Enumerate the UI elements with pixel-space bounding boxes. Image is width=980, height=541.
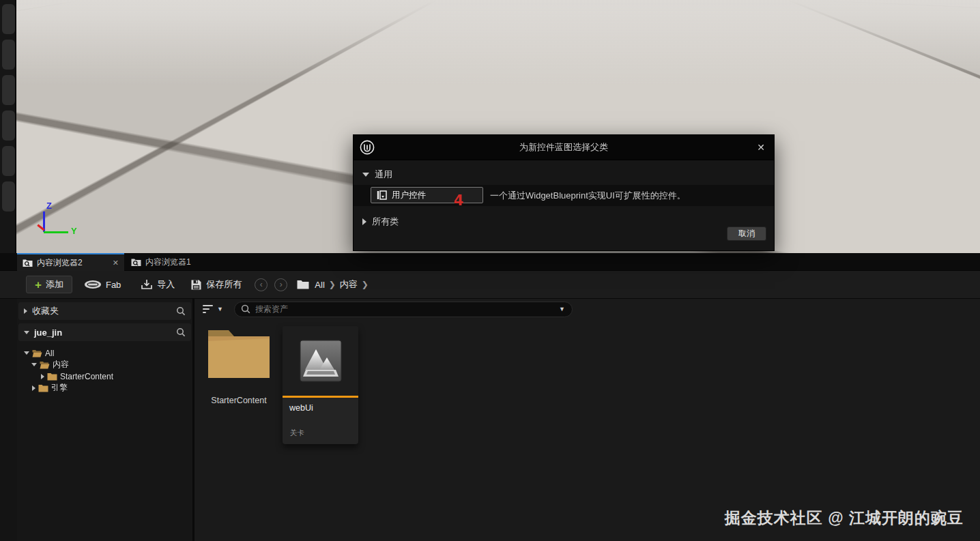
caret-right-icon: [362, 218, 366, 225]
filter-row: ▼ ▼: [194, 299, 980, 319]
breadcrumb-root[interactable]: All: [315, 280, 324, 290]
chevron-down-icon[interactable]: ▼: [217, 306, 223, 312]
breadcrumb-current[interactable]: 内容: [340, 278, 358, 291]
step-annotation: 4: [454, 192, 464, 209]
asset-view-pane: ▼ ▼: [194, 299, 980, 541]
collapsed-panel-tab[interactable]: [2, 181, 15, 211]
add-button-label: 添加: [46, 278, 63, 291]
left-rail: [0, 299, 17, 541]
tree-item-startercontent[interactable]: StarterContent: [17, 370, 192, 382]
asset-search-input[interactable]: [255, 304, 554, 314]
asset-card-webui[interactable]: webUi 关卡: [283, 326, 358, 444]
content-browser-icon: [131, 258, 141, 267]
caret-down-icon: [24, 351, 29, 355]
back-button[interactable]: ‹: [255, 278, 268, 291]
fab-button[interactable]: Fab: [84, 280, 121, 290]
user-widget-label: 用户控件: [392, 190, 426, 201]
asset-name: webUi: [283, 398, 358, 413]
level-asset-icon: [300, 340, 342, 382]
pick-parent-class-dialog: 为新控件蓝图选择父类 ✕ 通用 用户控件 4 一个通过WidgetBluepri…: [353, 134, 775, 251]
caret-right-icon: [24, 308, 27, 314]
section-all-classes[interactable]: 所有类: [354, 211, 774, 232]
folder-tree: All 内容 St: [17, 345, 192, 394]
world-axes-gizmo: Z Y: [33, 202, 81, 243]
dialog-titlebar: 为新控件蓝图选择父类 ✕: [354, 135, 774, 160]
tree-item-content[interactable]: 内容: [17, 359, 192, 370]
open-folder-icon: [32, 349, 42, 357]
tab-label: 内容浏览器2: [37, 257, 83, 269]
collection-label: jue_jin: [34, 327, 62, 338]
tab-close-icon[interactable]: ✕: [113, 259, 119, 267]
y-axis-line: [44, 231, 68, 233]
favorites-row[interactable]: 收藏夹: [18, 302, 191, 320]
user-widget-row: 用户控件 4 一个通过WidgetBlueprint实现UI可扩展性的控件。: [354, 185, 774, 206]
content-browser-toolbar: + 添加 Fab 导入: [0, 271, 980, 299]
collapsed-panel-tab[interactable]: [2, 111, 15, 141]
content-browser-body: 收藏夹 jue_jin: [0, 299, 980, 541]
caret-right-icon: [32, 385, 35, 391]
filter-icon[interactable]: [201, 302, 214, 316]
asset-type-label: 关卡: [290, 428, 304, 438]
tree-item-all[interactable]: All: [17, 347, 192, 359]
caret-down-icon: [362, 173, 369, 177]
collapsed-panel-tab[interactable]: [2, 40, 15, 70]
favorites-label: 收藏夹: [32, 305, 59, 317]
import-label: 导入: [157, 278, 175, 291]
tree-label: 引擎: [51, 382, 68, 394]
closed-folder-icon: [38, 384, 48, 392]
cancel-button[interactable]: 取消: [727, 226, 766, 241]
user-widget-description: 一个通过WidgetBlueprint实现UI可扩展性的控件。: [490, 190, 686, 202]
caret-down-icon: [31, 363, 37, 366]
breadcrumb-folder-icon: [297, 280, 309, 289]
tab-content-browser-2[interactable]: 内容浏览器2 ✕: [17, 253, 124, 271]
caret-down-icon: [24, 331, 29, 334]
import-icon: [141, 279, 153, 291]
sources-sidebar: 收藏夹 jue_jin: [17, 299, 194, 541]
open-folder-icon: [40, 361, 50, 369]
breadcrumb-separator-icon: ❯: [362, 280, 369, 289]
collapsed-panel-strip: [0, 0, 16, 253]
z-axis-label: Z: [46, 201, 52, 211]
tab-content-browser-1[interactable]: 内容浏览器1: [126, 253, 202, 271]
dialog-close-icon[interactable]: ✕: [757, 141, 765, 153]
section-common-label: 通用: [375, 169, 392, 181]
asset-thumbnail: [283, 326, 358, 396]
collection-row[interactable]: jue_jin: [18, 323, 191, 341]
y-axis-label: Y: [71, 226, 77, 236]
save-all-label: 保存所有: [206, 278, 242, 291]
tree-item-engine[interactable]: 引擎: [17, 382, 192, 394]
collapsed-panel-tab[interactable]: [2, 4, 15, 34]
content-browser-tabbar: 内容浏览器2 ✕ 内容浏览器1: [0, 253, 980, 271]
large-folder-icon: [207, 326, 271, 378]
search-icon: [241, 304, 250, 314]
chevron-down-icon[interactable]: ▼: [559, 306, 565, 312]
dialog-title: 为新控件蓝图选择父类: [354, 141, 774, 153]
save-all-button[interactable]: 保存所有: [190, 278, 242, 291]
section-all-classes-label: 所有类: [372, 216, 399, 228]
asset-search-bar: ▼: [234, 302, 573, 317]
content-browser-panel: 内容浏览器2 ✕ 内容浏览器1 + 添加: [0, 253, 980, 541]
tab-label: 内容浏览器1: [145, 257, 191, 268]
user-widget-button[interactable]: 用户控件: [371, 187, 483, 203]
import-button[interactable]: 导入: [141, 278, 175, 291]
search-icon[interactable]: [176, 327, 186, 337]
asset-grid: StarterContent: [205, 326, 358, 444]
collapsed-panel-tab[interactable]: [2, 146, 15, 176]
tree-label: 内容: [53, 359, 69, 370]
caret-right-icon: [41, 374, 44, 379]
save-icon: [190, 279, 202, 291]
add-button[interactable]: + 添加: [26, 276, 72, 293]
forward-button[interactable]: ›: [274, 278, 287, 291]
tree-label: All: [45, 349, 54, 358]
collapsed-panel-tab[interactable]: [2, 75, 15, 105]
fab-label: Fab: [106, 280, 121, 290]
asset-folder-startercontent[interactable]: StarterContent: [205, 326, 273, 405]
user-widget-icon: [377, 190, 387, 200]
breadcrumb-separator-icon: ❯: [329, 280, 336, 289]
search-icon[interactable]: [176, 306, 186, 316]
section-common[interactable]: 通用: [354, 164, 774, 185]
content-browser-icon: [23, 259, 33, 267]
tree-label: StarterContent: [60, 372, 113, 381]
closed-folder-icon: [47, 372, 57, 381]
folder-name: StarterContent: [211, 396, 266, 405]
